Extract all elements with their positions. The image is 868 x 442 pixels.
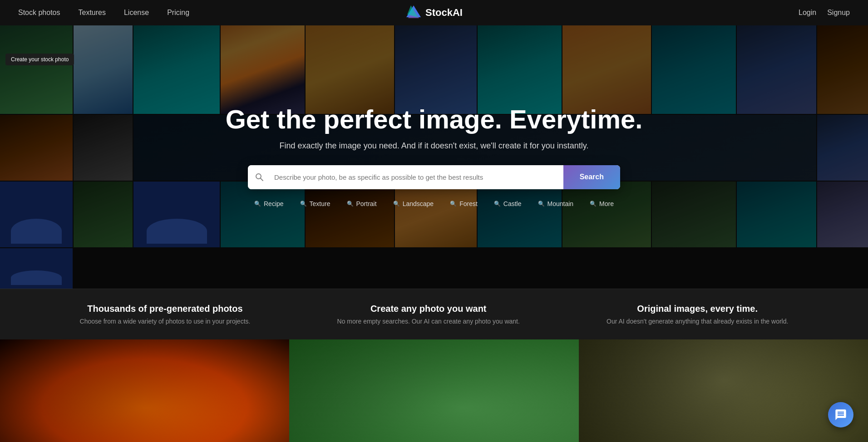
- nav-license[interactable]: License: [124, 9, 149, 17]
- feature-description: Our AI doesn't generate anything that al…: [607, 318, 788, 325]
- nav-textures[interactable]: Textures: [79, 9, 106, 17]
- search-small-icon: 🔍: [450, 201, 457, 207]
- feature-title: Thousands of pre-generated photos: [80, 304, 251, 314]
- login-button[interactable]: Login: [799, 9, 816, 17]
- signup-button[interactable]: Signup: [827, 9, 850, 17]
- quick-tag-texture[interactable]: 🔍 Texture: [296, 198, 334, 209]
- quick-tag-label: Texture: [310, 200, 330, 207]
- quick-tag-forest[interactable]: 🔍 Forest: [446, 198, 481, 209]
- quick-tag-mountain[interactable]: 🔍 Mountain: [534, 198, 577, 209]
- quick-tag-label: Recipe: [264, 200, 284, 207]
- feature-pre-generated: Thousands of pre-generated photos Choose…: [80, 304, 251, 325]
- feature-description: No more empty searches. Our AI can creat…: [337, 318, 520, 325]
- logo-text: StockAI: [425, 7, 463, 19]
- search-small-icon: 🔍: [590, 201, 597, 207]
- features-section: Thousands of pre-generated photos Choose…: [0, 289, 868, 339]
- quick-tag-castle[interactable]: 🔍 Castle: [490, 198, 525, 209]
- quick-tag-label: Castle: [503, 200, 522, 207]
- feature-original: Original images, every time. Our AI does…: [607, 304, 788, 325]
- bottom-image-dog: [289, 339, 578, 442]
- hero-title: Get the perfect image. Everytime.: [226, 105, 643, 134]
- search-small-icon: 🔍: [254, 201, 261, 207]
- search-button[interactable]: Search: [563, 165, 620, 189]
- bottom-image-horns: [579, 339, 868, 442]
- quick-tag-label: Mountain: [547, 200, 574, 207]
- quick-tags: 🔍 Recipe 🔍 Texture 🔍 Portrait 🔍 Landscap…: [251, 198, 617, 209]
- bottom-image-pumpkins: [0, 339, 289, 442]
- hero-subtitle: Find exactly the image you need. And if …: [280, 141, 589, 151]
- hero-content: Get the perfect image. Everytime. Find e…: [0, 25, 868, 289]
- search-bar: Search: [248, 165, 620, 189]
- search-small-icon: 🔍: [494, 201, 501, 207]
- quick-tag-landscape[interactable]: 🔍 Landscape: [390, 198, 438, 209]
- pumpkin-glow: [0, 339, 289, 442]
- logo[interactable]: StockAI: [405, 5, 463, 21]
- search-icon: [248, 165, 271, 189]
- logo-icon: [405, 5, 422, 21]
- feature-title: Create any photo you want: [337, 304, 520, 314]
- search-input[interactable]: [271, 165, 563, 189]
- chat-button[interactable]: [828, 402, 853, 427]
- nav-stock-photos[interactable]: Stock photos: [18, 9, 60, 17]
- quick-tag-recipe[interactable]: 🔍 Recipe: [251, 198, 287, 209]
- feature-description: Choose from a wide variety of photos to …: [80, 318, 251, 325]
- quick-tag-label: Portrait: [356, 200, 377, 207]
- svg-line-4: [261, 178, 263, 181]
- dog-background: [289, 339, 578, 442]
- quick-tag-label: Forest: [459, 200, 478, 207]
- hero-section: Create your stock photo Get the perfect …: [0, 25, 868, 289]
- navbar: Stock photos Textures License Pricing St…: [0, 0, 868, 25]
- search-small-icon: 🔍: [347, 201, 354, 207]
- quick-tag-label: More: [599, 200, 614, 207]
- search-small-icon: 🔍: [393, 201, 400, 207]
- search-small-icon: 🔍: [300, 201, 307, 207]
- nav-pricing[interactable]: Pricing: [167, 9, 189, 17]
- feature-title: Original images, every time.: [607, 304, 788, 314]
- search-small-icon: 🔍: [538, 201, 545, 207]
- bottom-images: [0, 339, 868, 442]
- quick-tag-more[interactable]: 🔍 More: [586, 198, 617, 209]
- quick-tag-label: Landscape: [403, 200, 434, 207]
- nav-links: Stock photos Textures License Pricing: [18, 9, 189, 17]
- quick-tag-portrait[interactable]: 🔍 Portrait: [343, 198, 380, 209]
- nav-auth: Login Signup: [799, 9, 850, 17]
- feature-create-any: Create any photo you want No more empty …: [337, 304, 520, 325]
- horns-background: [579, 339, 868, 442]
- chat-icon: [834, 408, 847, 421]
